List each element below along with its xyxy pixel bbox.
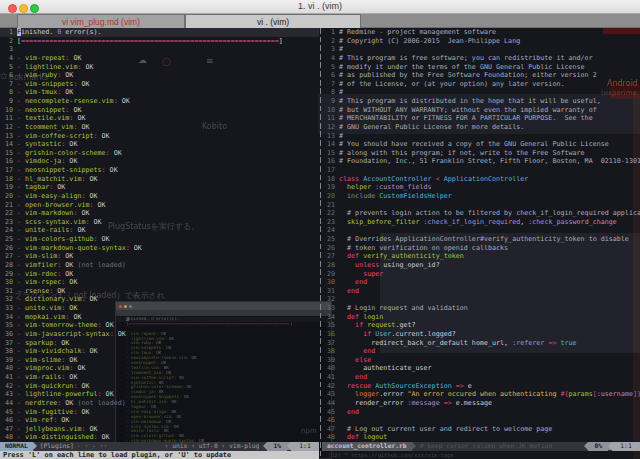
line-number: 19 bbox=[322, 183, 339, 192]
buffer-line: 6- vim-ruby: OK bbox=[0, 71, 319, 80]
line-number: 8 bbox=[0, 88, 17, 97]
line-number: 2 bbox=[322, 37, 339, 46]
line-number: 11 bbox=[0, 114, 17, 123]
buffer-line: 48 def logout bbox=[322, 433, 640, 442]
buffer-line: 46 bbox=[322, 416, 640, 425]
tab-vim-plug[interactable]: vi vim_plug.md (vim) bbox=[17, 14, 185, 28]
line-number: 37 bbox=[322, 339, 339, 348]
buffer-line: 25- vim-colors-github: OK bbox=[0, 235, 319, 244]
buffer-line: 6# as published by the Free Software Fou… bbox=[322, 71, 640, 80]
buffer-line: 31- rsense: OK bbox=[0, 287, 319, 296]
line-number: 5 bbox=[0, 63, 17, 72]
buffer-line: 3# bbox=[322, 45, 640, 54]
line-number: 31 bbox=[322, 287, 339, 296]
buffer-line: 2# Copyright (C) 2006-2015 Jean-Philippe… bbox=[322, 37, 640, 46]
line-number: 36 bbox=[322, 330, 339, 339]
line-number: 47 bbox=[322, 425, 339, 434]
line-number: 45 bbox=[322, 408, 339, 417]
buffer-line: 27 def verify_authenticity_token bbox=[322, 252, 640, 261]
line-number: 37 bbox=[0, 339, 17, 348]
buffer-line: 46- vim-ref: OK bbox=[0, 416, 319, 425]
line-number: 12 bbox=[0, 123, 17, 132]
buffer-line: 7# of the License, or (at your option) a… bbox=[322, 80, 640, 89]
line-number: 18 bbox=[322, 175, 339, 184]
line-number: 40 bbox=[0, 364, 17, 373]
line-number: 38 bbox=[0, 347, 17, 356]
line-number: 14 bbox=[0, 140, 17, 149]
cursor-position: 1:1 bbox=[612, 442, 640, 451]
line-number: 15 bbox=[0, 149, 17, 158]
line-number: 17 bbox=[0, 166, 17, 175]
buffer-line: 29- vim-rdoc: OK bbox=[0, 270, 319, 279]
line-number: 24 bbox=[322, 226, 339, 235]
line-number: 20 bbox=[0, 192, 17, 201]
line-number: 17 bbox=[322, 166, 339, 175]
line-number: 46 bbox=[322, 416, 339, 425]
line-number: 28 bbox=[322, 261, 339, 270]
buffer-line: 14# You should have received a copy of t… bbox=[322, 140, 640, 149]
buffer-line: 24- unite-rails: OK bbox=[0, 226, 319, 235]
line-number: 25 bbox=[322, 235, 339, 244]
right-pane-buffer: 1# Redmine - project management software… bbox=[322, 28, 640, 442]
line-number: 44 bbox=[0, 399, 17, 408]
line-number: 39 bbox=[0, 356, 17, 365]
buffer-line: 35 if request.get? bbox=[322, 321, 640, 330]
tab-bar: vi vim_plug.md (vim) vi . (vim) bbox=[0, 14, 640, 28]
line-number: 30 bbox=[322, 278, 339, 287]
tab-vi-current[interactable]: vi . (vim) bbox=[185, 14, 361, 28]
buffer-line: 8- vim-tmux: OK bbox=[0, 88, 319, 97]
terminal-content: 1Finished. 0 error(s).2[================… bbox=[0, 28, 640, 459]
line-number: 7 bbox=[0, 80, 17, 89]
line-number: 46 bbox=[0, 416, 17, 425]
line-number: 26 bbox=[322, 244, 339, 253]
line-number: 39 bbox=[322, 356, 339, 365]
line-number: 42 bbox=[0, 382, 17, 391]
line-number: 38 bbox=[322, 347, 339, 356]
terminal-window: 1. vi . (vim) vi vim_plug.md (vim) vi . … bbox=[0, 0, 640, 459]
line-number: 11 bbox=[322, 114, 339, 123]
buffer-line: 31 end bbox=[322, 287, 640, 296]
line-number: 23 bbox=[322, 218, 339, 227]
line-number: 6 bbox=[322, 71, 339, 80]
line-number: 22 bbox=[0, 209, 17, 218]
line-number: 21 bbox=[0, 201, 17, 210]
buffer-line: 1# Redmine - project management software bbox=[322, 28, 640, 37]
buffer-line: 14- syntastic: OK bbox=[0, 140, 319, 149]
line-number: 32 bbox=[0, 295, 17, 304]
buffer-line: 16# Foundation, Inc., 51 Franklin Street… bbox=[322, 157, 640, 166]
buffer-line: 32- dictionary.vim: OK bbox=[0, 295, 319, 304]
buffer-line: 11# MERCHANTABILITY or FITNESS FOR A PAR… bbox=[322, 114, 640, 123]
line-number: 34 bbox=[0, 313, 17, 322]
buffer-line: 13# bbox=[322, 132, 640, 141]
buffer-line: 21 bbox=[322, 201, 640, 210]
line-number: 23 bbox=[0, 218, 17, 227]
buffer-line: 36- vim-javascript-syntax: OK bbox=[0, 330, 319, 339]
titlebar: 1. vi . (vim) bbox=[0, 0, 640, 14]
vim-right-pane[interactable]: 1# Redmine - project management software… bbox=[322, 28, 640, 459]
buffer-line: 9# This program is distributed in the ho… bbox=[322, 97, 640, 106]
pane-separator[interactable] bbox=[319, 28, 322, 459]
line-number: 5 bbox=[322, 63, 339, 72]
buffer-line: 17- neosnippet-snippets: OK bbox=[0, 166, 319, 175]
line-number: 26 bbox=[0, 244, 17, 253]
buffer-line: 22 # prevents login action to be filtere… bbox=[322, 209, 640, 218]
line-number: 13 bbox=[0, 132, 17, 141]
buffer-line: 40 authenticate_user bbox=[322, 364, 640, 373]
line-number: 47 bbox=[0, 425, 17, 434]
line-number: 19 bbox=[0, 183, 17, 192]
buffer-line: 44 render_error :message => e.message bbox=[322, 399, 640, 408]
buffer-line: 35- vim-tomorrow-theme: OK bbox=[0, 321, 319, 330]
buffer-line: 36 if User.current.logged? bbox=[322, 330, 640, 339]
statusline-fileinfo: ‹ unix ‹ utf-8 ‹ vim-plug bbox=[165, 442, 264, 451]
buffer-line: 10- neosnippet: OK bbox=[0, 106, 319, 115]
line-number: 1 bbox=[0, 28, 17, 37]
buffer-line: 18- hl_matchit.vim: OK bbox=[0, 175, 319, 184]
buffer-line: 10# but WITHOUT ANY WARRANTY; without ev… bbox=[322, 106, 640, 115]
scroll-percent: 1% bbox=[267, 442, 287, 451]
line-number: 44 bbox=[322, 399, 339, 408]
line-number: 27 bbox=[0, 252, 17, 261]
buffer-line: 28- vimfiler: OK (not loaded) bbox=[0, 261, 319, 270]
buffer-line: 5- lightline.vim: OK bbox=[0, 63, 319, 72]
vim-left-pane[interactable]: 1Finished. 0 error(s).2[================… bbox=[0, 28, 319, 459]
right-statusline: account_controller.rb # keep cursor colu… bbox=[322, 442, 640, 451]
